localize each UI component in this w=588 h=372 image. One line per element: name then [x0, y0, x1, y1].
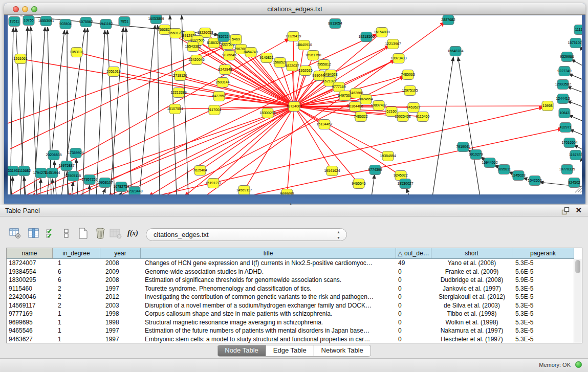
table-panel-header: Table Panel ✕ [0, 205, 588, 216]
column-header-out_de[interactable]: △ out_de… [396, 248, 431, 259]
graph-node-label: 12923448 [126, 189, 142, 193]
table-cell: Yano et al. (2008) [431, 259, 512, 268]
function-builder-icon[interactable]: f(x) [127, 227, 140, 239]
graph-node-label: 17359924 [68, 151, 83, 155]
table-cell: Tourette syndrome. Phenomenology and cla… [141, 285, 396, 293]
graph-node-label: 5469 [232, 37, 240, 41]
row-height-icon[interactable] [62, 227, 75, 239]
graph-node-label: 2887682 [441, 18, 455, 21]
graph-node-label: 10643 [559, 111, 570, 115]
table-cell: Estimation of the future numbers of pati… [141, 326, 396, 335]
graph-node-label: 19541624 [324, 169, 340, 172]
table-cell: 2008 [100, 259, 141, 268]
graph-node-label: 6494028 [323, 73, 337, 76]
table-cell: Tibbo et al. (1998) [431, 310, 512, 318]
table-selector-value: citations_edges.txt [154, 231, 209, 238]
status-bar: Memory: OK [0, 358, 588, 372]
select-rows-icon[interactable] [45, 227, 57, 239]
tab-network-table[interactable]: Network Table [314, 345, 371, 356]
column-header-short[interactable]: short [431, 248, 512, 259]
new-table-icon[interactable] [77, 227, 90, 239]
graph-node-label: 19384554 [380, 154, 396, 158]
graph-node-label: 2603144 [215, 80, 229, 84]
table-cell: 18300295 [7, 276, 53, 285]
table-row[interactable]: 1938455462009Genome-wide association stu… [7, 268, 574, 276]
table-cell: 9115460 [7, 285, 53, 293]
table-cell: 5.3E-5 [512, 310, 574, 318]
column-header-in_degree[interactable]: in_degree [53, 248, 100, 259]
table-cell: Estimation of significance thresholds fo… [141, 276, 396, 285]
tab-edge-table[interactable]: Edge Table [266, 345, 314, 356]
graph-node-label: 10973493 [390, 56, 406, 60]
show-columns-icon[interactable] [28, 227, 40, 239]
table-row[interactable]: 1456911722003Disruption of a novel membe… [7, 301, 574, 310]
graph-node-label: 9245022 [394, 173, 407, 177]
table-cell: 9699695 [7, 318, 53, 327]
table-row[interactable]: 977716911998Corpus callosum shape and si… [7, 310, 574, 318]
scrollbar-thumb[interactable] [575, 260, 580, 273]
table-cell: 0 [396, 293, 431, 301]
memory-status-indicator[interactable] [575, 361, 582, 368]
float-panel-icon[interactable] [561, 207, 570, 215]
vertical-scrollbar[interactable] [574, 259, 582, 343]
table-cell: 9777169 [7, 310, 53, 318]
table-cell: 1 [53, 326, 100, 335]
graph-node-label: 2051019 [106, 70, 120, 73]
graph-node-label: 17016504 [561, 141, 577, 144]
graph-node-label: 17957253 [81, 178, 97, 181]
window-titlebar[interactable]: citations_edges.txt [4, 3, 585, 15]
table-cell: 1 [53, 335, 100, 344]
graph-node-label: 9463627 [406, 105, 420, 109]
graph-node-label: 18530027 [397, 182, 413, 185]
table-row[interactable]: 1830029562008Estimation of significance … [7, 276, 574, 285]
graph-node-label: 9245028 [511, 173, 525, 177]
graph-node-label: 1053101 [70, 50, 83, 54]
graph-node-label: 7919041 [456, 145, 470, 148]
graph-node-label: 14569117 [236, 188, 252, 192]
graph-node-label: 432971 [559, 125, 571, 129]
network-canvas[interactable]: 1872400776638229660128891297418226058932… [8, 15, 582, 194]
table-panel: Table Panel ✕ [0, 205, 588, 372]
graph-node-label: 7851 [120, 19, 128, 23]
graph-node-label: 1568520 [273, 60, 287, 64]
column-header-pagerank[interactable]: pagerank [512, 248, 574, 259]
table-cell: 0 [396, 335, 431, 344]
graph-node-label: 10107554 [167, 107, 183, 111]
table-row[interactable]: 2242004622012Investigating the contribut… [7, 293, 574, 301]
table-cell: Hescheler et al. (1997) [431, 335, 512, 344]
table-cell: 0 [396, 326, 431, 335]
table-cell: 2 [53, 293, 100, 301]
table-selector-dropdown[interactable]: citations_edges.txt ▲▼ [146, 228, 347, 241]
table-cell: 0 [396, 310, 431, 318]
table-row[interactable]: 911546021997Tourette syndrome. Phenomeno… [7, 285, 574, 293]
table-cell: Structural magnetic resonance image aver… [141, 318, 396, 327]
graph-node-label: 1075562 [79, 20, 93, 24]
graph-node-label: 9875645 [222, 53, 236, 57]
graph-node-label: 9777169 [332, 85, 345, 89]
delete-table-icon[interactable] [94, 227, 106, 239]
graph-node-label: 11120 [575, 28, 582, 31]
table-cell: 22420046 [7, 293, 53, 301]
tab-node-table[interactable]: Node Table [217, 345, 266, 356]
table-row[interactable]: 946362711997Embryonic stem cells: a mode… [7, 335, 574, 344]
application-window: citations_edges.txt 18724007766382296601… [0, 0, 588, 372]
graph-node-label: 20206535 [46, 153, 61, 157]
column-header-title[interactable]: title [141, 248, 396, 259]
close-panel-icon[interactable]: ✕ [575, 206, 582, 215]
table-cell: Nakamura et al. (1997) [431, 326, 512, 335]
graph-node-label: 7955812 [317, 62, 331, 66]
graph-node-label: 16648784 [447, 49, 463, 53]
window-title: citations_edges.txt [4, 5, 585, 13]
column-header-year[interactable]: year [100, 248, 141, 259]
table-row[interactable]: 946554611997Estimation of the future num… [7, 326, 574, 335]
table-row[interactable]: 969969511998Structural magnetic resonanc… [7, 318, 574, 327]
table-cell: Disruption of a novel member of a sodium… [141, 301, 396, 310]
graph-node-label: 9660128 [168, 31, 182, 35]
column-header-name[interactable]: name [7, 248, 53, 259]
graph-node-label: 9327505 [190, 38, 204, 42]
table-settings-icon[interactable] [9, 227, 21, 239]
table-cell: Embryonic stem cells: a model to study s… [141, 335, 396, 344]
table-row[interactable]: 1872400712008Changes of HCN gene express… [7, 259, 574, 268]
graph-node-label: 16154808 [374, 30, 389, 34]
memory-status-label: Memory: OK [539, 362, 571, 368]
